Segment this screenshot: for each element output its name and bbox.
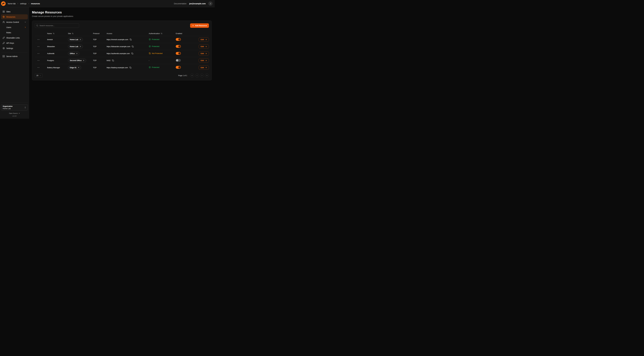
copy-icon[interactable] bbox=[131, 52, 133, 54]
access-value: https://immich.example.com bbox=[106, 38, 128, 40]
site-pill-label: Edge 01 bbox=[70, 66, 76, 68]
page-size-value: 20 bbox=[36, 74, 38, 76]
auth-label: - bbox=[149, 60, 149, 62]
access-cell: https://authentik.example.com bbox=[106, 52, 149, 54]
chevron-down-icon bbox=[40, 75, 41, 76]
edit-button[interactable]: Edit bbox=[199, 38, 209, 42]
resource-table-body: ⋯ Immich Home Lab TCP https://immich.exa… bbox=[35, 36, 209, 71]
sidebar-item-shareable-links[interactable]: Shareable Links bbox=[1, 35, 28, 40]
enabled-toggle[interactable] bbox=[176, 59, 181, 62]
protocol-value: TCP bbox=[93, 38, 96, 40]
sidebar-item-api-keys[interactable]: API Keys bbox=[1, 40, 28, 46]
waypoints-icon bbox=[2, 16, 5, 18]
enabled-toggle[interactable] bbox=[176, 52, 181, 55]
column-name[interactable]: Name bbox=[47, 32, 68, 34]
site-link-button[interactable]: Home Lab bbox=[68, 38, 83, 42]
site-link-button[interactable]: Second Office bbox=[68, 58, 86, 62]
site-link-button[interactable]: Edge 01 bbox=[68, 66, 81, 70]
last-page-button[interactable] bbox=[205, 74, 209, 78]
auth-cell: Not Protected bbox=[149, 52, 176, 55]
prev-page-button[interactable] bbox=[195, 74, 199, 78]
enabled-toggle[interactable] bbox=[176, 38, 181, 41]
sidebar-item-label: Server Admin bbox=[6, 55, 18, 58]
edit-button[interactable]: Edit bbox=[199, 66, 209, 70]
row-menu-button[interactable]: ⋯ bbox=[37, 45, 40, 48]
auth-label: Protected bbox=[152, 38, 159, 40]
breadcrumb-org[interactable]: home-lab bbox=[8, 2, 16, 5]
breadcrumb-settings[interactable]: settings bbox=[20, 2, 26, 5]
organization-selector[interactable]: Organization Home Lab bbox=[1, 104, 28, 110]
row-menu-button[interactable]: ⋯ bbox=[37, 38, 40, 41]
sidebar-item-settings[interactable]: Settings bbox=[1, 46, 28, 51]
sidebar-bottom: Organization Home Lab Open Source v1.3.0 bbox=[1, 102, 28, 117]
site-link-button[interactable]: Office bbox=[68, 52, 80, 56]
sidebar-item-label: Settings bbox=[6, 47, 13, 50]
edit-label: Edit bbox=[200, 60, 204, 62]
site-pill-label: Home Lab bbox=[70, 46, 78, 48]
protocol-value: TCP bbox=[93, 66, 96, 68]
protocol-cell: TCP bbox=[93, 66, 106, 68]
shield-check-icon bbox=[149, 45, 151, 48]
copy-icon[interactable] bbox=[130, 38, 132, 40]
enabled-cell bbox=[176, 45, 194, 48]
arrow-right-icon bbox=[205, 52, 207, 54]
chevron-right-icon bbox=[24, 26, 26, 28]
row-menu-button[interactable]: ⋯ bbox=[37, 66, 40, 69]
table-row: ⋯ Postgres Second Office TCP 5432 - bbox=[35, 57, 209, 64]
add-resource-label: Add Resource bbox=[195, 24, 207, 26]
sidebar-item-resources[interactable]: Resources bbox=[1, 14, 28, 19]
protocol-value: TCP bbox=[93, 46, 96, 48]
resource-name: Authentik bbox=[47, 52, 54, 54]
site-link-button[interactable]: Home Lab bbox=[68, 44, 83, 48]
table-row: ⋯ Bitwarden Home Lab TCP https://bitward… bbox=[35, 43, 209, 50]
external-link-icon bbox=[18, 113, 20, 114]
auth-status: Protected bbox=[149, 38, 159, 40]
edit-button[interactable]: Edit bbox=[199, 58, 209, 62]
access-value: 5432 bbox=[106, 60, 110, 62]
access-cell: https://bitwarden.example.com bbox=[106, 46, 149, 48]
table-header: Name Site Protocol Access Authenticati bbox=[35, 31, 209, 36]
protocol-value: TCP bbox=[93, 52, 96, 54]
copy-icon[interactable] bbox=[112, 60, 114, 62]
sidebar-item-sites[interactable]: Sites bbox=[1, 9, 28, 14]
sidebar-item-roles[interactable]: Roles bbox=[1, 30, 28, 35]
row-menu-button[interactable]: ⋯ bbox=[37, 59, 40, 62]
app-logo-icon[interactable] bbox=[1, 1, 6, 6]
search-input[interactable] bbox=[35, 23, 79, 28]
first-page-button[interactable] bbox=[190, 74, 194, 78]
sort-icon bbox=[161, 32, 162, 34]
auth-label: Protected bbox=[152, 45, 159, 48]
copy-icon[interactable] bbox=[130, 66, 132, 68]
user-email[interactable]: joe@example.com bbox=[189, 2, 206, 5]
site-cell: Edge 01 bbox=[68, 66, 93, 70]
edit-button[interactable]: Edit bbox=[199, 52, 209, 56]
column-authentication[interactable]: Authentication bbox=[149, 32, 176, 34]
sidebar-item-access-control[interactable]: Access Control bbox=[1, 20, 28, 24]
name-cell: Bitwarden bbox=[47, 46, 68, 48]
panel-toolbar: Add Resource bbox=[35, 23, 209, 28]
next-page-button[interactable] bbox=[200, 74, 204, 78]
enabled-toggle[interactable] bbox=[176, 66, 181, 69]
page-title: Manage Resources bbox=[32, 10, 212, 14]
copy-icon[interactable] bbox=[132, 46, 134, 48]
add-resource-button[interactable]: Add Resource bbox=[190, 23, 209, 28]
column-site[interactable]: Site bbox=[68, 32, 93, 34]
arrow-right-icon bbox=[205, 66, 207, 68]
enabled-toggle[interactable] bbox=[176, 45, 181, 48]
edit-button[interactable]: Edit bbox=[199, 44, 209, 48]
page-size-select[interactable]: 20 bbox=[35, 74, 43, 78]
protocol-cell: TCP bbox=[93, 46, 106, 48]
table-footer: 20 Page 1 of 1 bbox=[35, 74, 209, 78]
organization-label: Organization bbox=[3, 106, 12, 107]
documentation-link[interactable]: Documentation bbox=[174, 2, 186, 5]
actions-cell: Edit bbox=[194, 44, 209, 48]
open-source-link[interactable]: Open Source bbox=[1, 112, 28, 114]
sidebar-item-users[interactable]: Users bbox=[1, 25, 28, 30]
version-label: v1.3.0 bbox=[1, 115, 28, 117]
row-menu-button[interactable]: ⋯ bbox=[37, 52, 40, 55]
sidebar-item-server-admin[interactable]: Server Admin bbox=[1, 54, 28, 59]
site-cell: Home Lab bbox=[68, 38, 93, 42]
column-protocol: Protocol bbox=[93, 32, 106, 34]
avatar[interactable]: J bbox=[208, 2, 212, 6]
sidebar-item-label: Roles bbox=[6, 32, 11, 34]
